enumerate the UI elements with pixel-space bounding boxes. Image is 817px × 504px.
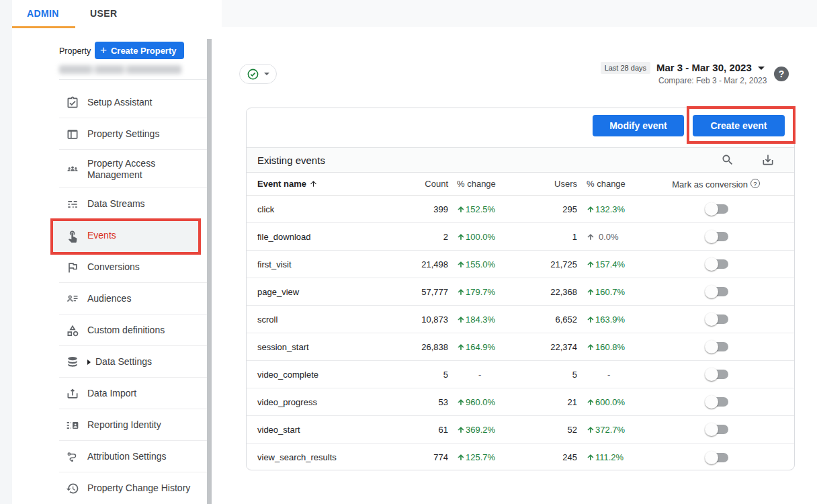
question-circle-icon[interactable]: ? bbox=[750, 179, 760, 188]
conversion-cell bbox=[663, 314, 794, 324]
check-circle-icon bbox=[247, 68, 259, 81]
change-cell: 369.2% bbox=[448, 425, 533, 435]
sort-asc-icon bbox=[309, 179, 318, 188]
modify-event-button[interactable]: Modify event bbox=[593, 115, 684, 136]
count-cell: 61 bbox=[381, 425, 448, 435]
conversion-toggle[interactable] bbox=[706, 397, 728, 407]
chevron-down-icon bbox=[264, 73, 269, 75]
change-cell: 184.3% bbox=[448, 314, 533, 325]
sidebar-item-reporting-identity[interactable]: Reporting Identity bbox=[12, 409, 207, 441]
divider bbox=[59, 79, 207, 80]
table-row: view_search_results774125.7%245111.2% bbox=[247, 444, 794, 471]
change-cell: 179.7% bbox=[448, 287, 533, 297]
conversion-cell bbox=[663, 397, 794, 407]
users-change-cell: 0.0% bbox=[577, 232, 663, 242]
conversion-toggle[interactable] bbox=[706, 314, 728, 324]
event-name-cell: video_complete bbox=[247, 370, 381, 380]
conversion-toggle[interactable] bbox=[706, 370, 728, 379]
col-mark-as-conversion: Mark as conversion? bbox=[663, 179, 794, 190]
users-cell: 1 bbox=[533, 232, 577, 242]
property-settings-icon bbox=[66, 128, 79, 141]
conversion-cell bbox=[663, 232, 794, 241]
sidebar-scrollbar[interactable] bbox=[207, 39, 212, 504]
users-cell: 52 bbox=[533, 425, 577, 435]
col-change[interactable]: % change bbox=[448, 179, 533, 189]
help-button[interactable]: ? bbox=[774, 67, 789, 81]
conversion-toggle[interactable] bbox=[706, 259, 728, 269]
up-arrow-icon bbox=[457, 343, 465, 351]
date-range-selector[interactable]: Mar 3 - Mar 30, 2023 bbox=[656, 62, 765, 73]
event-name-cell: file_download bbox=[247, 232, 381, 242]
event-name-cell: session_start bbox=[247, 342, 381, 352]
sidebar-item-label: Conversions bbox=[87, 261, 198, 273]
create-property-button[interactable]: + Create Property bbox=[95, 42, 184, 59]
users-change-cell: 163.9% bbox=[577, 314, 663, 325]
col-users[interactable]: Users bbox=[533, 179, 577, 189]
sidebar-item-label: Data Settings bbox=[95, 356, 196, 368]
conversion-toggle[interactable] bbox=[706, 425, 728, 434]
identity-card-icon bbox=[66, 419, 79, 432]
up-arrow-icon bbox=[457, 260, 465, 269]
create-property-label: Create Property bbox=[111, 46, 177, 56]
change-cell: 960.0% bbox=[448, 397, 533, 407]
sidebar-item-label: Attribution Settings bbox=[87, 451, 198, 462]
table-row: page_view57,777179.7%22,368160.7% bbox=[247, 278, 794, 306]
conversion-toggle[interactable] bbox=[706, 232, 728, 241]
sidebar-item-property-change-history[interactable]: Property Change History bbox=[12, 472, 207, 504]
sidebar-item-label: Data Import bbox=[87, 388, 198, 399]
conversion-toggle[interactable] bbox=[706, 287, 728, 296]
up-arrow-icon bbox=[587, 425, 595, 434]
conversion-cell bbox=[663, 425, 794, 434]
conversion-toggle[interactable] bbox=[706, 204, 728, 214]
toggle-knob bbox=[705, 257, 718, 271]
table-row: session_start26,838164.9%22,374160.8% bbox=[247, 333, 794, 361]
users-cell: 245 bbox=[533, 452, 577, 462]
search-icon[interactable] bbox=[721, 153, 734, 169]
users-change-cell: 160.8% bbox=[577, 342, 663, 352]
conversion-cell bbox=[663, 453, 794, 462]
table-row: first_visit21,498155.0%21,725157.4% bbox=[247, 251, 794, 278]
sidebar-item-data-import[interactable]: Data Import bbox=[12, 378, 207, 409]
toggle-knob bbox=[705, 423, 718, 436]
users-cell: 5 bbox=[533, 370, 577, 380]
attribution-icon bbox=[66, 450, 79, 464]
expand-arrow-icon[interactable] bbox=[87, 360, 91, 365]
sidebar-item-custom-definitions[interactable]: Custom definitions bbox=[12, 314, 207, 346]
up-arrow-icon bbox=[457, 453, 465, 462]
table-body: click399152.5%295132.3%file_download2100… bbox=[247, 196, 794, 471]
up-arrow-icon bbox=[587, 288, 595, 296]
users-change-cell: 600.0% bbox=[577, 397, 663, 407]
count-cell: 57,777 bbox=[381, 287, 448, 297]
tab-user[interactable]: USER bbox=[90, 8, 118, 19]
sidebar-item-property-access-management[interactable]: Property Access Management bbox=[12, 150, 207, 188]
conversion-toggle[interactable] bbox=[706, 342, 728, 351]
sidebar-item-events[interactable]: Events bbox=[12, 220, 207, 251]
count-cell: 5 bbox=[381, 370, 448, 380]
sidebar-item-setup-assistant[interactable]: Setup Assistant bbox=[12, 87, 207, 118]
sidebar-item-audiences[interactable]: Audiences bbox=[12, 283, 207, 314]
sidebar-item-attribution-settings[interactable]: Attribution Settings bbox=[12, 441, 207, 472]
sidebar-item-conversions[interactable]: Conversions bbox=[12, 251, 207, 283]
tab-admin[interactable]: ADMIN bbox=[27, 8, 59, 19]
up-arrow-icon bbox=[587, 398, 595, 407]
download-icon[interactable] bbox=[761, 153, 775, 169]
toggle-knob bbox=[705, 312, 718, 326]
sidebar-item-property-settings[interactable]: Property Settings bbox=[12, 118, 207, 150]
count-cell: 21,498 bbox=[381, 259, 448, 269]
sidebar-item-label: Events bbox=[87, 230, 198, 241]
col-users-change[interactable]: % change bbox=[577, 179, 663, 189]
col-event-name[interactable]: Event name bbox=[247, 179, 381, 189]
sidebar-item-data-settings[interactable]: Data Settings bbox=[12, 346, 207, 378]
users-cell: 22,374 bbox=[533, 342, 577, 352]
events-card: Modify event Create event Existing event… bbox=[246, 108, 795, 470]
change-cell: 155.0% bbox=[448, 259, 533, 269]
sidebar-item-label: Data Streams bbox=[87, 198, 198, 210]
up-arrow-icon bbox=[587, 233, 595, 241]
conversion-toggle[interactable] bbox=[706, 453, 728, 462]
table-row: video_start61369.2%52372.7% bbox=[247, 416, 794, 444]
sidebar-item-data-streams[interactable]: Data Streams bbox=[12, 188, 207, 220]
up-arrow-icon bbox=[457, 288, 465, 296]
annotation-box-create-event bbox=[687, 106, 796, 144]
col-count[interactable]: Count bbox=[381, 179, 448, 189]
status-check-dropdown[interactable] bbox=[239, 64, 277, 84]
